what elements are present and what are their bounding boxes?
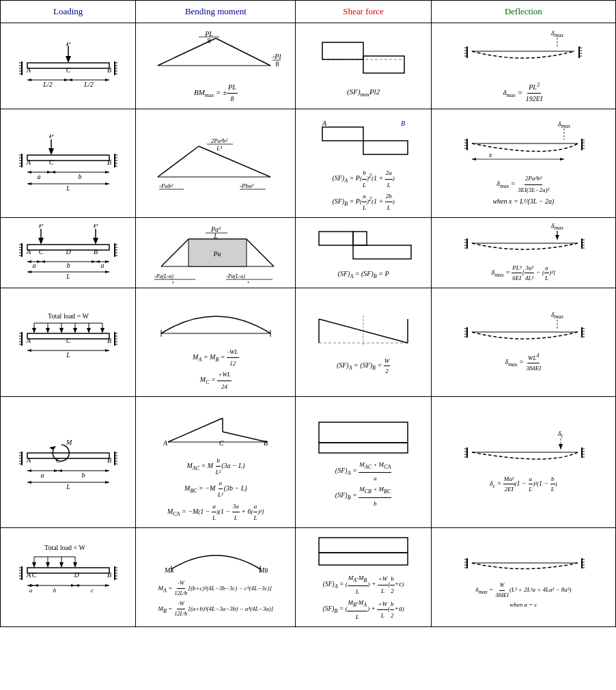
svg-text:a: a xyxy=(40,471,44,479)
svg-rect-281 xyxy=(319,443,408,453)
shear-svg-3 xyxy=(309,225,418,266)
svg-text:B: B xyxy=(107,337,111,344)
svg-marker-262 xyxy=(27,469,31,472)
svg-text:MB: MB xyxy=(258,566,268,574)
table-row: M A C xyxy=(1,396,616,527)
svg-text:A: A xyxy=(26,66,31,74)
deflection-diagram-4: δmax xyxy=(431,288,615,397)
table-row: P xyxy=(1,23,616,109)
svg-line-276 xyxy=(168,418,223,442)
svg-rect-306 xyxy=(27,568,109,573)
bending-svg-1: PL 8 -PL 8 xyxy=(151,28,281,79)
svg-text:L/2: L/2 xyxy=(83,81,93,88)
svg-text:Total load = W: Total load = W xyxy=(44,544,86,551)
svg-text:L: L xyxy=(66,184,70,192)
loading-diagram-3: P P xyxy=(1,218,136,288)
svg-text:C: C xyxy=(219,439,224,447)
deflection-diagram-6: δmax = W384EI(L³ + 2L²a + 4La² − 8a³) wh… xyxy=(431,527,615,626)
loading-svg-5: M A C xyxy=(14,431,123,493)
svg-marker-194 xyxy=(59,328,64,333)
svg-marker-304 xyxy=(73,562,77,568)
shear-formula-6: (SF)A = (MA-MBL) + +WL(b2+c) (SF)B = (MB… xyxy=(323,572,404,622)
svg-text:-Pba²: -Pba² xyxy=(240,182,253,189)
svg-text:Total load = W: Total load = W xyxy=(48,313,89,320)
deflection-formula-2: δmax = 2Pa²b³3EI(3L−2a)² when x = L²/(3L… xyxy=(492,174,554,207)
svg-marker-200 xyxy=(100,328,104,333)
shear-svg-2: A B xyxy=(309,113,418,165)
svg-text:c: c xyxy=(91,587,94,594)
deflection-svg-3: δmax xyxy=(455,223,591,260)
bending-diagram-6: MA MB MA = -W12L²b[(b+c)³(4L−3b−3c) − c³… xyxy=(136,527,296,626)
shear-diagram-5: (SF)A = MAC + MCAa (SF)B = MCB + MBCb xyxy=(296,396,431,527)
svg-text:L: L xyxy=(66,273,70,280)
svg-text:A: A xyxy=(322,120,327,127)
header-shear: Shear force xyxy=(296,1,431,23)
svg-text:A: A xyxy=(163,439,168,447)
svg-marker-141 xyxy=(37,260,41,263)
svg-marker-140 xyxy=(27,260,31,263)
svg-text:B: B xyxy=(107,456,111,464)
svg-text:B: B xyxy=(107,158,111,166)
deflection-formula-5: δc = Ma²2EI(1 − aL)²(1 − bL) xyxy=(490,474,557,495)
shear-svg-6 xyxy=(309,532,418,570)
svg-text:L²: L² xyxy=(167,190,173,191)
svg-text:C: C xyxy=(66,66,70,74)
svg-text:-Pab²: -Pab² xyxy=(159,182,173,189)
svg-marker-153 xyxy=(105,271,109,273)
svg-text:δc: δc xyxy=(558,430,564,439)
svg-text:2Pa²b²: 2Pa²b² xyxy=(211,137,228,144)
deflection-diagram-3: δmax xyxy=(431,218,615,288)
svg-marker-1 xyxy=(66,56,71,63)
svg-text:A: A xyxy=(26,158,31,166)
svg-marker-243 xyxy=(49,446,56,450)
deflection-diagram-1: δmax xyxy=(431,23,615,109)
svg-marker-219 xyxy=(27,349,31,352)
shear-formula-2: (SF)A = P(bL)2(1 + 2aL) (SF)B = P(aL)2(1… xyxy=(332,167,394,213)
svg-text:P: P xyxy=(92,224,98,229)
svg-marker-192 xyxy=(46,328,50,333)
svg-marker-80 xyxy=(27,182,31,185)
svg-marker-190 xyxy=(32,328,36,333)
svg-rect-172 xyxy=(353,232,367,245)
svg-marker-24 xyxy=(105,79,109,81)
loading-diagram-5: M A C xyxy=(1,396,136,527)
svg-line-83 xyxy=(158,146,199,177)
bending-formula-5: MAC = M bL²(3a − L) MBC = −M aL²(3b − L)… xyxy=(167,455,264,523)
svg-rect-280 xyxy=(319,422,408,443)
svg-text:L/2: L/2 xyxy=(42,81,52,88)
deflection-svg-4: δmax xyxy=(455,312,591,349)
bending-svg-3: Pa² L Pa -Pa(L-a) L -Pa(L-a) L xyxy=(151,222,281,284)
loading-svg-3: P P xyxy=(14,224,123,282)
bending-svg-6: MA MB xyxy=(151,535,281,576)
svg-text:L: L xyxy=(213,232,218,240)
bending-diagram-1: PL 8 -PL 8 BMmax = ±PL8 xyxy=(136,23,296,109)
svg-text:δmax: δmax xyxy=(551,312,563,320)
shear-formula-5: (SF)A = MAC + MCAa (SF)B = MCB + MBCb xyxy=(335,459,391,509)
svg-line-157 xyxy=(247,239,274,266)
header-bending: Bending moment xyxy=(136,1,296,23)
svg-line-155 xyxy=(161,239,188,266)
svg-marker-284 xyxy=(559,444,563,450)
svg-marker-270 xyxy=(27,481,31,484)
svg-text:C: C xyxy=(55,456,60,464)
svg-rect-36 xyxy=(322,42,363,59)
shear-diagram-6: (SF)A = (MA-MBL) + +WL(b2+c) (SF)B = (MB… xyxy=(296,527,431,626)
beam-formulas-table: Loading Bending moment Shear force Defle… xyxy=(0,0,616,627)
svg-text:B: B xyxy=(94,248,98,256)
table-row: Total load = W xyxy=(1,527,616,626)
svg-text:MA: MA xyxy=(164,566,173,574)
svg-marker-145 xyxy=(92,260,96,263)
shear-formula-3: (SF)A = (SF)B = P xyxy=(338,268,389,281)
svg-text:B: B xyxy=(107,66,111,74)
svg-marker-332 xyxy=(75,584,79,587)
svg-text:x: x xyxy=(488,151,492,158)
deflection-diagram-2: δmax x xyxy=(431,109,615,218)
bending-diagram-2: 2Pa²b² L³ -Pab² L² -Pba² L² xyxy=(136,109,296,218)
svg-rect-340 xyxy=(319,553,408,565)
svg-text:C: C xyxy=(38,248,43,256)
svg-text:8: 8 xyxy=(275,60,279,68)
svg-marker-198 xyxy=(87,328,91,333)
svg-rect-339 xyxy=(319,538,408,553)
deflection-svg-1: δmax xyxy=(455,27,591,79)
svg-marker-144 xyxy=(41,260,45,263)
